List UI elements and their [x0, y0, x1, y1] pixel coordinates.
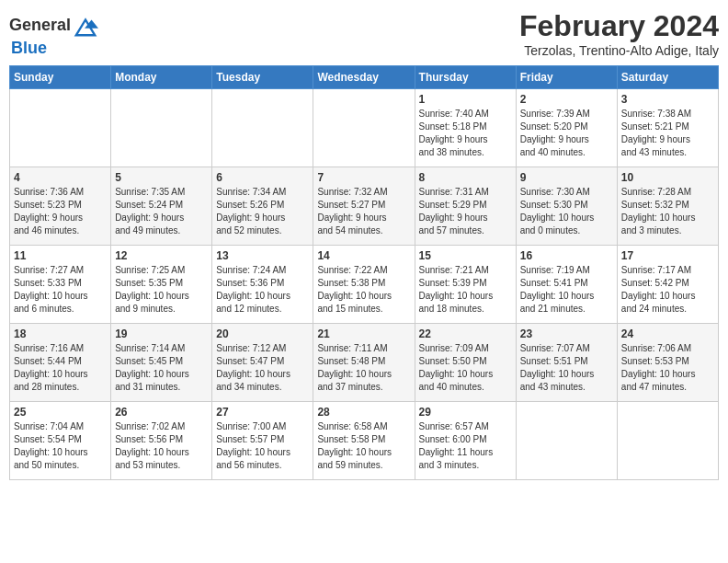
calendar-cell-week2-day3: 14Sunrise: 7:22 AM Sunset: 5:38 PM Dayli…: [313, 246, 415, 324]
day-number: 27: [216, 406, 309, 419]
day-number: 11: [14, 249, 107, 262]
day-info: Sunrise: 7:19 AM Sunset: 5:41 PM Dayligh…: [520, 264, 613, 316]
day-info: Sunrise: 7:02 AM Sunset: 5:56 PM Dayligh…: [115, 420, 208, 472]
calendar-cell-week3-day1: 19Sunrise: 7:14 AM Sunset: 5:45 PM Dayli…: [111, 324, 212, 402]
calendar-cell-week0-day3: [313, 89, 415, 167]
day-number: 18: [14, 327, 107, 340]
day-number: 6: [216, 171, 309, 184]
day-number: 21: [317, 327, 410, 340]
day-info: Sunrise: 7:39 AM Sunset: 5:20 PM Dayligh…: [520, 108, 613, 159]
calendar-cell-week1-day2: 6Sunrise: 7:34 AM Sunset: 5:26 PM Daylig…: [212, 167, 313, 246]
logo: General Blue: [9, 13, 98, 58]
weekday-header-wednesday: Wednesday: [313, 66, 415, 89]
day-number: 12: [115, 249, 208, 262]
calendar-cell-week0-day1: [111, 89, 212, 167]
calendar-cell-week4-day5: [516, 402, 617, 480]
day-info: Sunrise: 7:06 AM Sunset: 5:53 PM Dayligh…: [621, 342, 714, 394]
day-number: 19: [115, 327, 208, 340]
day-info: Sunrise: 7:25 AM Sunset: 5:35 PM Dayligh…: [115, 264, 208, 316]
day-info: Sunrise: 7:32 AM Sunset: 5:27 PM Dayligh…: [317, 186, 410, 237]
day-number: 8: [419, 171, 512, 184]
day-number: 5: [115, 171, 208, 184]
day-number: 25: [14, 406, 107, 419]
day-info: Sunrise: 7:14 AM Sunset: 5:45 PM Dayligh…: [115, 342, 208, 394]
day-number: 22: [419, 327, 512, 340]
day-number: 7: [317, 171, 410, 184]
day-info: Sunrise: 7:16 AM Sunset: 5:44 PM Dayligh…: [14, 342, 107, 394]
calendar-cell-week2-day4: 15Sunrise: 7:21 AM Sunset: 5:39 PM Dayli…: [415, 246, 516, 324]
weekday-header-sunday: Sunday: [10, 66, 111, 89]
day-number: 17: [621, 249, 714, 262]
day-info: Sunrise: 7:21 AM Sunset: 5:39 PM Dayligh…: [419, 264, 512, 316]
day-number: 10: [621, 171, 714, 184]
day-number: 20: [216, 327, 309, 340]
calendar-cell-week4-day6: [617, 402, 718, 480]
calendar-cell-week2-day0: 11Sunrise: 7:27 AM Sunset: 5:33 PM Dayli…: [10, 246, 111, 324]
calendar-cell-week4-day2: 27Sunrise: 7:00 AM Sunset: 5:57 PM Dayli…: [212, 402, 313, 480]
calendar-cell-week1-day3: 7Sunrise: 7:32 AM Sunset: 5:27 PM Daylig…: [313, 167, 415, 246]
day-number: 23: [520, 327, 613, 340]
day-info: Sunrise: 7:27 AM Sunset: 5:33 PM Dayligh…: [14, 264, 107, 316]
calendar-cell-week2-day5: 16Sunrise: 7:19 AM Sunset: 5:41 PM Dayli…: [516, 246, 617, 324]
weekday-header-monday: Monday: [111, 66, 212, 89]
day-number: 9: [520, 171, 613, 184]
calendar-table: SundayMondayTuesdayWednesdayThursdayFrid…: [9, 65, 719, 480]
weekday-header-saturday: Saturday: [617, 66, 718, 89]
weekday-header-thursday: Thursday: [415, 66, 516, 89]
page-header: General Blue February 2024 Terzolas, Tre…: [9, 9, 719, 58]
calendar-cell-week3-day5: 23Sunrise: 7:07 AM Sunset: 5:51 PM Dayli…: [516, 324, 617, 402]
calendar-cell-week4-day1: 26Sunrise: 7:02 AM Sunset: 5:56 PM Dayli…: [111, 402, 212, 480]
calendar-cell-week0-day6: 3Sunrise: 7:38 AM Sunset: 5:21 PM Daylig…: [617, 89, 718, 167]
day-info: Sunrise: 7:28 AM Sunset: 5:32 PM Dayligh…: [621, 186, 714, 237]
day-info: Sunrise: 7:24 AM Sunset: 5:36 PM Dayligh…: [216, 264, 309, 316]
calendar-cell-week1-day6: 10Sunrise: 7:28 AM Sunset: 5:32 PM Dayli…: [617, 167, 718, 246]
day-info: Sunrise: 7:30 AM Sunset: 5:30 PM Dayligh…: [520, 186, 613, 237]
day-info: Sunrise: 7:38 AM Sunset: 5:21 PM Dayligh…: [621, 108, 714, 159]
day-info: Sunrise: 7:34 AM Sunset: 5:26 PM Dayligh…: [216, 186, 309, 237]
calendar-cell-week3-day6: 24Sunrise: 7:06 AM Sunset: 5:53 PM Dayli…: [617, 324, 718, 402]
weekday-header-friday: Friday: [516, 66, 617, 89]
calendar-cell-week4-day3: 28Sunrise: 6:58 AM Sunset: 5:58 PM Dayli…: [313, 402, 415, 480]
day-number: 13: [216, 249, 309, 262]
day-info: Sunrise: 7:09 AM Sunset: 5:50 PM Dayligh…: [419, 342, 512, 394]
day-number: 3: [621, 93, 714, 106]
calendar-cell-week1-day4: 8Sunrise: 7:31 AM Sunset: 5:29 PM Daylig…: [415, 167, 516, 246]
calendar-cell-week3-day3: 21Sunrise: 7:11 AM Sunset: 5:48 PM Dayli…: [313, 324, 415, 402]
day-info: Sunrise: 6:58 AM Sunset: 5:58 PM Dayligh…: [317, 420, 410, 472]
calendar-cell-week2-day6: 17Sunrise: 7:17 AM Sunset: 5:42 PM Dayli…: [617, 246, 718, 324]
day-number: 14: [317, 249, 410, 262]
logo-text: General: [9, 17, 71, 35]
weekday-header-tuesday: Tuesday: [212, 66, 313, 89]
calendar-cell-week2-day1: 12Sunrise: 7:25 AM Sunset: 5:35 PM Dayli…: [111, 246, 212, 324]
day-info: Sunrise: 7:40 AM Sunset: 5:18 PM Dayligh…: [419, 108, 512, 159]
calendar-cell-week0-day2: [212, 89, 313, 167]
day-info: Sunrise: 7:12 AM Sunset: 5:47 PM Dayligh…: [216, 342, 309, 394]
day-info: Sunrise: 7:11 AM Sunset: 5:48 PM Dayligh…: [317, 342, 410, 394]
day-info: Sunrise: 7:04 AM Sunset: 5:54 PM Dayligh…: [14, 420, 107, 472]
logo-blue: Blue: [11, 39, 98, 58]
calendar-cell-week0-day0: [10, 89, 111, 167]
day-number: 4: [14, 171, 107, 184]
calendar-cell-week3-day2: 20Sunrise: 7:12 AM Sunset: 5:47 PM Dayli…: [212, 324, 313, 402]
day-number: 26: [115, 406, 208, 419]
title-area: February 2024 Terzolas, Trentino-Alto Ad…: [519, 9, 719, 58]
calendar-cell-week0-day4: 1Sunrise: 7:40 AM Sunset: 5:18 PM Daylig…: [415, 89, 516, 167]
logo-icon: [73, 13, 98, 39]
day-number: 29: [419, 406, 512, 419]
day-info: Sunrise: 7:07 AM Sunset: 5:51 PM Dayligh…: [520, 342, 613, 394]
calendar-cell-week4-day4: 29Sunrise: 6:57 AM Sunset: 6:00 PM Dayli…: [415, 402, 516, 480]
day-number: 24: [621, 327, 714, 340]
day-info: Sunrise: 7:00 AM Sunset: 5:57 PM Dayligh…: [216, 420, 309, 472]
calendar-cell-week2-day2: 13Sunrise: 7:24 AM Sunset: 5:36 PM Dayli…: [212, 246, 313, 324]
day-info: Sunrise: 7:35 AM Sunset: 5:24 PM Dayligh…: [115, 186, 208, 237]
day-info: Sunrise: 7:31 AM Sunset: 5:29 PM Dayligh…: [419, 186, 512, 237]
calendar-cell-week1-day0: 4Sunrise: 7:36 AM Sunset: 5:23 PM Daylig…: [10, 167, 111, 246]
day-info: Sunrise: 7:17 AM Sunset: 5:42 PM Dayligh…: [621, 264, 714, 316]
day-info: Sunrise: 7:22 AM Sunset: 5:38 PM Dayligh…: [317, 264, 410, 316]
calendar-cell-week0-day5: 2Sunrise: 7:39 AM Sunset: 5:20 PM Daylig…: [516, 89, 617, 167]
day-info: Sunrise: 6:57 AM Sunset: 6:00 PM Dayligh…: [419, 420, 512, 472]
location-title: Terzolas, Trentino-Alto Adige, Italy: [519, 43, 719, 58]
day-info: Sunrise: 7:36 AM Sunset: 5:23 PM Dayligh…: [14, 186, 107, 237]
calendar-cell-week4-day0: 25Sunrise: 7:04 AM Sunset: 5:54 PM Dayli…: [10, 402, 111, 480]
month-title: February 2024: [519, 9, 719, 43]
